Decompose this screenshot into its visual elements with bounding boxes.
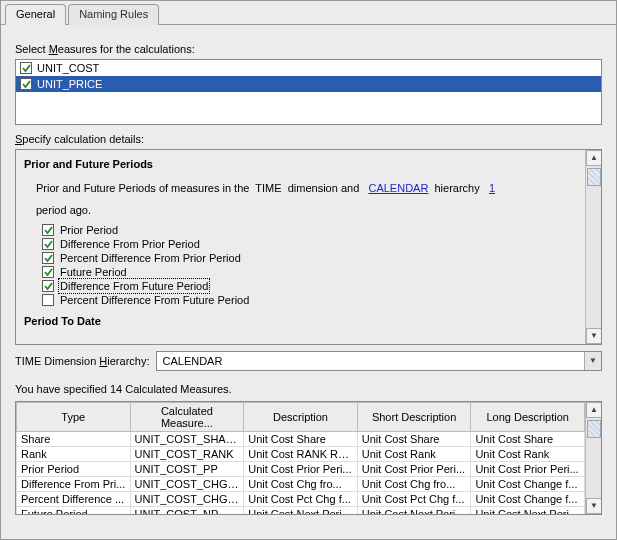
- checkbox-icon[interactable]: [42, 294, 54, 306]
- checkbox-diff-prior[interactable]: Difference From Prior Period: [42, 238, 577, 250]
- table-cell: Share: [17, 432, 131, 447]
- time-dim-hierarchy-label: TIME Dimension Hierarchy:: [15, 355, 150, 367]
- col-long-desc[interactable]: Long Description: [471, 403, 585, 432]
- table-cell: UNIT_COST_RANK: [130, 447, 244, 462]
- checkbox-label: Difference From Future Period: [60, 280, 208, 292]
- checkbox-icon[interactable]: [20, 62, 32, 74]
- checkbox-icon[interactable]: [42, 266, 54, 278]
- checkbox-pct-diff-future[interactable]: Percent Difference From Future Period: [42, 294, 577, 306]
- scroll-down-button[interactable]: ▼: [586, 328, 602, 344]
- tab-general[interactable]: General: [5, 4, 66, 25]
- table-row[interactable]: RankUNIT_COST_RANKUnit Cost RANK RankUni…: [17, 447, 585, 462]
- section-paragraph-line2: period ago.: [36, 202, 577, 218]
- tab-bar: General Naming Rules: [1, 3, 616, 25]
- table-cell: Unit Cost Chg fro...: [357, 477, 471, 492]
- specify-details-label: Specify calculation details:: [15, 133, 602, 145]
- table-cell: Unit Cost Change f...: [471, 477, 585, 492]
- scroll-thumb[interactable]: [587, 420, 601, 438]
- checkbox-icon[interactable]: [42, 280, 54, 292]
- measures-listbox[interactable]: UNIT_COST UNIT_PRICE: [15, 59, 602, 125]
- select-value: CALENDAR: [163, 355, 223, 367]
- tab-naming-rules[interactable]: Naming Rules: [68, 4, 159, 25]
- table-cell: Unit Cost Next Peri...: [244, 507, 358, 515]
- table-row[interactable]: ShareUNIT_COST_SHAREUnit Cost ShareUnit …: [17, 432, 585, 447]
- scroll-down-button[interactable]: ▼: [586, 498, 602, 514]
- checkbox-icon[interactable]: [42, 238, 54, 250]
- table-cell: Unit Cost Prior Peri...: [244, 462, 358, 477]
- scroll-up-button[interactable]: ▲: [586, 402, 602, 418]
- chevron-down-icon: ▼: [589, 357, 597, 365]
- table-row[interactable]: Future PeriodUNIT_COST_NPUnit Cost Next …: [17, 507, 585, 515]
- table-cell: Unit Cost RANK Rank: [244, 447, 358, 462]
- table-cell: Unit Cost Rank: [357, 447, 471, 462]
- table-row[interactable]: Difference From Pri...UNIT_COST_CHG_PPUn…: [17, 477, 585, 492]
- table-cell: Unit Cost Prior Peri...: [357, 462, 471, 477]
- col-description[interactable]: Description: [244, 403, 358, 432]
- arrow-up-icon: ▲: [590, 406, 598, 414]
- table-cell: Prior Period: [17, 462, 131, 477]
- measure-label: UNIT_PRICE: [37, 78, 102, 90]
- table-cell: Future Period: [17, 507, 131, 515]
- table-cell: Unit Cost Next Peri...: [471, 507, 585, 515]
- details-panel: Prior and Future Periods Prior and Futur…: [15, 149, 602, 345]
- section-paragraph: Prior and Future Periods of measures in …: [36, 180, 577, 196]
- checkbox-label: Difference From Prior Period: [60, 238, 200, 250]
- table-row[interactable]: Percent Difference ...UNIT_COST_CHG_P...…: [17, 492, 585, 507]
- checkbox-icon[interactable]: [42, 224, 54, 236]
- table-cell: Difference From Pri...: [17, 477, 131, 492]
- checkbox-label: Percent Difference From Prior Period: [60, 252, 241, 264]
- summary-text: You have specified 14 Calculated Measure…: [15, 383, 602, 395]
- checkbox-icon[interactable]: [20, 78, 32, 90]
- details-scrollbar[interactable]: ▲ ▼: [585, 150, 601, 344]
- table-row[interactable]: Prior PeriodUNIT_COST_PPUnit Cost Prior …: [17, 462, 585, 477]
- checkbox-label: Prior Period: [60, 224, 118, 236]
- hierarchy-link[interactable]: CALENDAR: [368, 182, 428, 194]
- table-cell: Unit Cost Change f...: [471, 492, 585, 507]
- table-cell: Unit Cost Pct Chg f...: [357, 492, 471, 507]
- arrow-down-icon: ▼: [590, 332, 598, 340]
- table-cell: Unit Cost Next Peri...: [357, 507, 471, 515]
- checkbox-pct-diff-prior[interactable]: Percent Difference From Prior Period: [42, 252, 577, 264]
- select-measures-label: Select Measures for the calculations:: [15, 43, 602, 55]
- measure-label: UNIT_COST: [37, 62, 99, 74]
- section-title-cut: Period To Date: [24, 316, 577, 326]
- table-cell: Unit Cost Chg fro...: [244, 477, 358, 492]
- table-cell: Unit Cost Share: [471, 432, 585, 447]
- table-cell: Rank: [17, 447, 131, 462]
- table-cell: Unit Cost Share: [357, 432, 471, 447]
- hierarchy-select[interactable]: CALENDAR ▼: [156, 351, 603, 371]
- checkbox-prior-period[interactable]: Prior Period: [42, 224, 577, 236]
- table-cell: UNIT_COST_CHG_P...: [130, 492, 244, 507]
- checkbox-icon[interactable]: [42, 252, 54, 264]
- checkbox-label: Percent Difference From Future Period: [60, 294, 249, 306]
- col-type[interactable]: Type: [17, 403, 131, 432]
- table-cell: UNIT_COST_SHARE: [130, 432, 244, 447]
- checkbox-future-period[interactable]: Future Period: [42, 266, 577, 278]
- table-header-row: Type Calculated Measure... Description S…: [17, 403, 585, 432]
- scroll-up-button[interactable]: ▲: [586, 150, 602, 166]
- scroll-thumb[interactable]: [587, 168, 601, 186]
- table-cell: Percent Difference ...: [17, 492, 131, 507]
- measure-item-unit-price[interactable]: UNIT_PRICE: [16, 76, 601, 92]
- checkbox-diff-future[interactable]: Difference From Future Period: [42, 280, 577, 292]
- calculated-measures-table: Type Calculated Measure... Description S…: [15, 401, 602, 515]
- section-title: Prior and Future Periods: [24, 158, 577, 170]
- table-cell: UNIT_COST_NP: [130, 507, 244, 515]
- measure-item-unit-cost[interactable]: UNIT_COST: [16, 60, 601, 76]
- table-cell: Unit Cost Rank: [471, 447, 585, 462]
- col-calc-measure[interactable]: Calculated Measure...: [130, 403, 244, 432]
- count-link[interactable]: 1: [489, 182, 495, 194]
- table-cell: UNIT_COST_CHG_PP: [130, 477, 244, 492]
- col-short-desc[interactable]: Short Description: [357, 403, 471, 432]
- table-scrollbar[interactable]: ▲ ▼: [585, 402, 601, 514]
- table-cell: Unit Cost Pct Chg f...: [244, 492, 358, 507]
- table-cell: Unit Cost Prior Peri...: [471, 462, 585, 477]
- arrow-up-icon: ▲: [590, 154, 598, 162]
- select-dropdown-button[interactable]: ▼: [584, 352, 601, 370]
- table-cell: UNIT_COST_PP: [130, 462, 244, 477]
- arrow-down-icon: ▼: [590, 502, 598, 510]
- table-cell: Unit Cost Share: [244, 432, 358, 447]
- checkbox-label: Future Period: [60, 266, 127, 278]
